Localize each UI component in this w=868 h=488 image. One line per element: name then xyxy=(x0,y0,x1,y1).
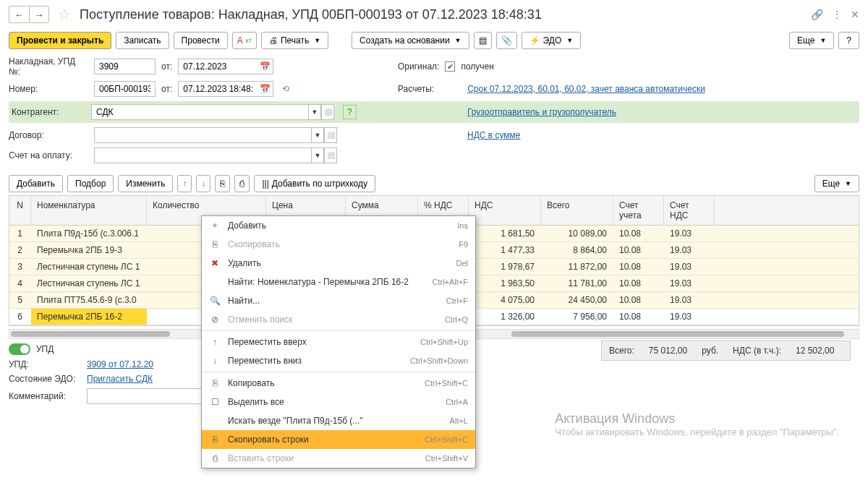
from-label: от: xyxy=(161,61,172,72)
more-button[interactable]: Еще▼ xyxy=(789,32,834,49)
context-menu: +ДобавитьIns⎘СкопироватьF9✖УдалитьDelНай… xyxy=(201,215,476,468)
barcode-button[interactable]: ||| Добавить по штрихкоду xyxy=(254,175,375,192)
invoice-input[interactable] xyxy=(94,147,311,163)
from-label2: от: xyxy=(161,84,172,94)
menu-item[interactable]: Искать везде "Плита П9д-15б (..."Alt+L xyxy=(202,411,475,430)
menu-item[interactable]: ⎙Вставить строкиCtrl+Shift+V xyxy=(202,449,475,468)
add-row-button[interactable]: Добавить xyxy=(9,175,63,192)
windows-watermark: Активация Windows Чтобы активировать Win… xyxy=(555,411,839,437)
menu-item[interactable]: ⎘СкопироватьF9 xyxy=(202,235,475,254)
nav-back-button[interactable]: ← xyxy=(9,6,29,23)
contractor-dropdown[interactable]: ▼ xyxy=(308,104,321,120)
totals-value: 75 012,00 xyxy=(649,346,687,356)
doc-type-label: Накладная, УПД №: xyxy=(9,56,88,77)
list-icon-button[interactable]: ▤ xyxy=(474,32,492,49)
number-label: Номер: xyxy=(9,84,88,94)
nav-forward-button[interactable]: → xyxy=(29,6,49,23)
invoice-dropdown[interactable]: ▼ xyxy=(311,147,324,163)
page-title: Поступление товаров: Накладная, УПД 00БП… xyxy=(80,7,805,22)
post-button[interactable]: Провести xyxy=(174,32,228,49)
received-label: получен xyxy=(461,61,493,72)
col-nom[interactable]: Номенклатура xyxy=(31,196,147,225)
contract-label: Договор: xyxy=(9,130,88,140)
col-nds[interactable]: НДС xyxy=(469,196,541,225)
print-button[interactable]: 🖨 Печать▼ xyxy=(261,32,328,49)
menu-item[interactable]: ↑Переместить вверхCtrl+Shift+Up xyxy=(202,333,475,351)
edo-state-label: Состояние ЭДО: xyxy=(9,374,81,384)
date-input[interactable] xyxy=(178,59,258,74)
menu-item[interactable]: ✖УдалитьDel xyxy=(202,254,475,273)
menu-item[interactable]: Найти: Номенклатура - Перемычка 2ПБ 16-2… xyxy=(202,273,475,291)
contract-input[interactable] xyxy=(94,127,311,143)
invoice-open[interactable]: ⬜ xyxy=(324,147,337,163)
more-icon[interactable]: ⋮ xyxy=(832,9,842,20)
move-up-button[interactable]: ↑ xyxy=(177,175,192,192)
edo-button[interactable]: ⚡ ЭДО▼ xyxy=(522,32,582,49)
doc-num-input[interactable] xyxy=(94,59,156,74)
change-button[interactable]: Изменить xyxy=(118,175,173,192)
totals-label: Всего: xyxy=(609,346,634,356)
copy-rows-button[interactable]: ⎘ xyxy=(215,175,230,192)
invoice-label: Счет на оплату: xyxy=(9,150,88,160)
currency: руб. xyxy=(702,346,718,356)
menu-item[interactable]: ⊘Отменить поискCtrl+Q xyxy=(202,310,475,329)
upd-link[interactable]: 3909 от 07.12.20 xyxy=(87,359,153,369)
menu-item[interactable]: ↓Переместить внизCtrl+Shift+Down xyxy=(202,351,475,370)
contractor-open[interactable]: ⬜ xyxy=(321,104,334,120)
paste-rows-button[interactable]: ⎙ xyxy=(234,175,250,192)
create-based-button[interactable]: Создать на основании▼ xyxy=(352,32,469,49)
number-input[interactable] xyxy=(94,81,156,97)
attach-button[interactable]: Акт xyxy=(232,32,257,49)
comment-label: Комментарий: xyxy=(9,391,81,401)
contract-dropdown[interactable]: ▼ xyxy=(311,127,324,143)
edo-link[interactable]: Пригласить СДК xyxy=(87,374,153,384)
col-total[interactable]: Всего xyxy=(541,196,613,225)
menu-item[interactable]: ⎘КопироватьCtrl+Shift+C xyxy=(202,374,475,393)
upd-label: УПД: xyxy=(9,359,81,369)
contractor-label: Контрагент: xyxy=(12,107,85,117)
datetime-input[interactable] xyxy=(178,81,258,97)
totals-bar: Всего: 75 012,00 руб. НДС (в т.ч.): 12 5… xyxy=(601,341,851,361)
upd-text: УПД xyxy=(36,344,54,354)
clip-icon-button[interactable]: 📎 xyxy=(496,32,517,49)
refresh-icon[interactable]: ⟲ xyxy=(282,84,289,94)
favorite-star-icon[interactable]: ☆ xyxy=(58,6,71,23)
link-icon[interactable]: 🔗 xyxy=(811,9,823,20)
vat-link[interactable]: НДС в сумме xyxy=(467,130,521,140)
contractor-help[interactable]: ? xyxy=(343,105,357,119)
upd-toggle[interactable] xyxy=(9,343,30,355)
calc-link[interactable]: Срок 07.12.2023, 60.01, 60.02, зачет ава… xyxy=(467,84,705,94)
menu-item[interactable]: ⎘Скопировать строкиCtrl+Shift+C xyxy=(202,430,475,449)
move-down-button[interactable]: ↓ xyxy=(196,175,210,192)
nds-label: НДС (в т.ч.): xyxy=(733,346,781,356)
help-button[interactable]: ? xyxy=(838,32,859,49)
contractor-input[interactable] xyxy=(91,104,308,120)
nds-value: 12 502,00 xyxy=(796,346,834,356)
table-more-button[interactable]: Еще▼ xyxy=(814,175,859,192)
menu-item[interactable]: 🔍Найти...Ctrl+F xyxy=(202,291,475,310)
save-button[interactable]: Записать xyxy=(116,32,169,49)
close-icon[interactable]: ✕ xyxy=(851,9,859,20)
calc-label: Расчеты: xyxy=(398,84,434,94)
calendar-icon[interactable]: 📅 xyxy=(258,59,273,74)
consignor-link[interactable]: Грузоотправитель и грузополучатель xyxy=(467,107,616,117)
col-n[interactable]: N xyxy=(9,196,31,225)
col-acc[interactable]: Счет учета xyxy=(613,196,664,225)
received-checkbox[interactable]: ✔ xyxy=(445,61,455,72)
original-label: Оригинал: xyxy=(398,61,439,72)
contract-open[interactable]: ⬜ xyxy=(324,127,337,143)
calendar-icon2[interactable]: 📅 xyxy=(258,81,273,97)
col-ndsacc[interactable]: Счет НДС xyxy=(664,196,715,225)
select-button[interactable]: Подбор xyxy=(67,175,114,192)
post-close-button[interactable]: Провести и закрыть xyxy=(9,32,111,49)
menu-item[interactable]: ☐Выделить всеCtrl+A xyxy=(202,393,475,411)
menu-item[interactable]: +ДобавитьIns xyxy=(202,216,475,235)
